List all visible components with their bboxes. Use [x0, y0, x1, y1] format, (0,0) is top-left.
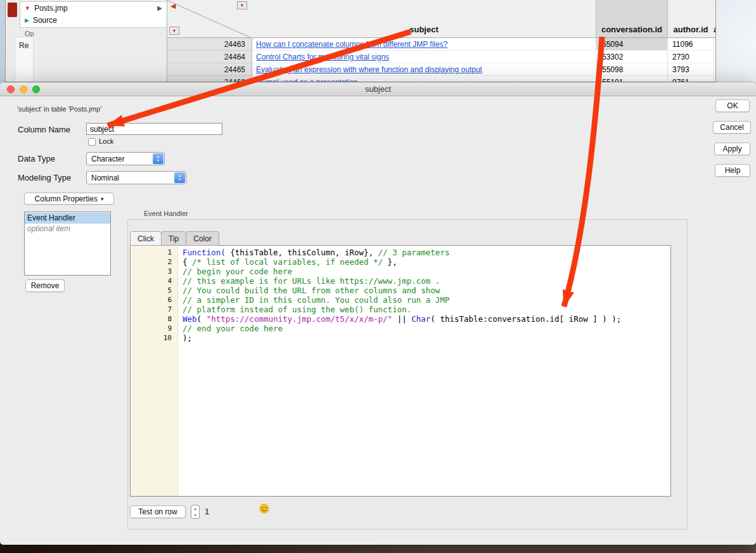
row-stepper[interactable]: ▲▼ — [191, 505, 200, 519]
columns-menu-icon[interactable]: ▼ — [237, 1, 247, 10]
play-arrow-icon[interactable]: ▶ — [157, 4, 162, 11]
partial-cell: /u — [714, 63, 716, 76]
conversation-id-cell[interactable]: 53302 — [596, 51, 668, 63]
subject-cell: Control Charts for monitoring vital sign… — [252, 51, 596, 63]
code-area[interactable]: Function( {thisTable, thisColumn, iRow},… — [178, 246, 670, 496]
line-number-gutter: 12345678910 — [131, 246, 178, 496]
stepper-icon: ▲▼ — [174, 172, 185, 183]
tab-color[interactable]: Color — [186, 231, 219, 246]
subject-link[interactable]: Control Charts for monitoring vital sign… — [256, 53, 389, 61]
author-id-cell[interactable]: 11096 — [668, 38, 714, 51]
rows-panel-fragment: Re — [15, 37, 34, 82]
table-row: 24464Control Charts for monitoring vital… — [167, 51, 716, 63]
column-header-author-id[interactable]: author.id — [668, 0, 714, 37]
minimize-button[interactable] — [20, 86, 27, 93]
red-triangle-menu-icon[interactable]: ▼ — [25, 5, 30, 11]
line-number: 1 — [131, 248, 172, 257]
code-line: { /* list of local variables, if needed … — [183, 257, 670, 267]
table-panel-item-posts[interactable]: ▼ Posts.jmp ▶ — [20, 2, 167, 14]
cancel-button[interactable]: Cancel — [713, 121, 751, 134]
table-row: 24466journal used as a presentation55101… — [167, 76, 716, 82]
partial-cell — [714, 76, 716, 82]
modeling-type-select[interactable]: Nominal ▲▼ — [86, 171, 186, 184]
source-label: Source — [33, 16, 57, 25]
context-label: 'subject' in table 'Posts.jmp' — [17, 105, 101, 113]
column-properties-label: Column Properties — [35, 194, 98, 203]
event-handler-group-label: Event Handler — [144, 210, 188, 217]
tab-tip[interactable]: Tip — [161, 231, 186, 246]
code-line: Function( {thisTable, thisColumn, iRow},… — [183, 248, 670, 257]
ok-button[interactable]: OK — [715, 99, 750, 112]
traffic-lights — [7, 86, 40, 93]
table-row: 24463How can I concatenate columns from … — [167, 38, 716, 51]
data-type-value: Character — [91, 155, 125, 163]
line-number: 2 — [131, 257, 172, 267]
script-editor[interactable]: 12345678910 Function( {thisTable, thisCo… — [130, 245, 671, 497]
author-id-cell[interactable]: 2730 — [668, 51, 714, 63]
subject-link[interactable]: journal used as a presentation — [256, 78, 358, 83]
modeling-type-value: Nominal — [91, 174, 119, 182]
remove-button[interactable]: Remove — [25, 279, 65, 292]
tab-bar: Click Tip Color — [130, 231, 219, 246]
tab-click[interactable]: Click — [130, 231, 162, 246]
row-number-cell[interactable]: 24465 — [167, 63, 252, 76]
green-triangle-icon[interactable]: ▶ — [25, 17, 29, 23]
apply-button[interactable]: Apply — [714, 143, 750, 155]
rows-menu-icon[interactable]: ▼ — [169, 27, 179, 35]
subject-cell: Evaluating an expression with where func… — [252, 63, 596, 76]
column-header-conversation-id[interactable]: conversation.id — [596, 0, 668, 37]
line-number: 9 — [131, 324, 172, 333]
line-number: 4 — [131, 276, 172, 286]
table-name-label: Posts.jmp — [34, 4, 68, 13]
subject-cell: journal used as a presentation — [252, 76, 596, 82]
code-line: // this example is for URLs like https:/… — [183, 276, 670, 286]
code-line: Web( "https://community.jmp.com/t5/x/x/m… — [183, 314, 670, 324]
table-panel-item-source[interactable]: ▶ Source — [20, 14, 167, 26]
lock-label: Lock — [99, 137, 113, 145]
list-item-optional[interactable]: optional item — [25, 224, 110, 234]
author-id-cell[interactable]: 3793 — [668, 63, 714, 76]
corner-header-cell: ◀ ▼ ▼ — [167, 0, 252, 37]
line-number: 3 — [131, 267, 172, 276]
subject-link[interactable]: Evaluating an expression with where func… — [256, 65, 482, 74]
column-properties-button[interactable]: Column Properties ▾ — [24, 193, 114, 205]
subject-link[interactable]: How can I concatenate columns from diffe… — [256, 40, 447, 49]
column-header-partial[interactable]: a — [714, 0, 716, 37]
column-selector-icon[interactable]: ◀ — [170, 2, 176, 10]
list-item-event-handler[interactable]: Event Handler — [25, 213, 110, 224]
partial-cell: /. — [714, 38, 716, 51]
code-line: // end your code here — [183, 324, 670, 333]
conversation-id-cell[interactable]: 55101 — [596, 76, 668, 82]
line-number: 7 — [131, 305, 172, 314]
data-type-select[interactable]: Character ▲▼ — [86, 152, 165, 165]
column-info-dialog: subject 'subject' in table 'Posts.jmp' O… — [0, 82, 756, 545]
table-panel: ▼ Posts.jmp ▶ ▶ Source — [20, 1, 167, 28]
test-on-row-button[interactable]: Test on row — [130, 505, 186, 518]
code-line: // You could build the URL from other co… — [183, 286, 670, 295]
column-name-input[interactable] — [86, 123, 222, 135]
code-line: // platform instead of using the web() f… — [183, 305, 670, 314]
test-row-value: 1 — [205, 507, 209, 516]
conversation-id-cell[interactable]: 55094 — [596, 38, 668, 51]
subject-cell: How can I concatenate columns from diffe… — [252, 38, 596, 51]
author-id-cell[interactable]: 9761 — [668, 76, 714, 82]
dialog-titlebar[interactable]: subject — [0, 82, 756, 96]
close-button[interactable] — [7, 86, 15, 93]
line-number: 5 — [131, 286, 172, 295]
row-number-cell[interactable]: 24466 — [167, 76, 252, 82]
code-line: ); — [183, 333, 670, 343]
properties-list: Event Handler optional item — [24, 212, 111, 276]
modeling-type-label: Modeling Type — [18, 173, 71, 182]
conversation-id-cell[interactable]: 55098 — [596, 63, 668, 76]
zoom-button[interactable] — [32, 86, 40, 93]
row-number-cell[interactable]: 24463 — [167, 38, 252, 51]
help-button[interactable]: Help — [715, 164, 750, 177]
table-row: 24465Evaluating an expression with where… — [167, 63, 716, 76]
row-number-cell[interactable]: 24464 — [167, 51, 252, 63]
lock-checkbox[interactable] — [88, 138, 96, 146]
column-name-label: Column Name — [18, 125, 70, 134]
column-header-subject[interactable]: subject — [252, 0, 596, 37]
dialog-title: subject — [365, 84, 391, 94]
code-line: // a simpler ID in this column. You coul… — [183, 295, 670, 305]
smirk-emoji-icon — [259, 504, 269, 516]
